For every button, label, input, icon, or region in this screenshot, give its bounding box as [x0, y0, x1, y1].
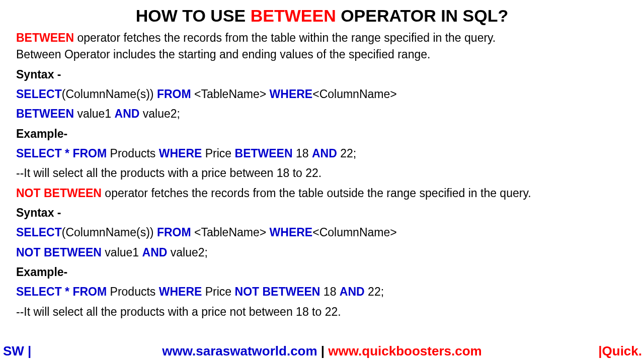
syntax-text: (ColumnName(s)) — [62, 87, 157, 101]
syntax-text: <TableName> — [191, 87, 270, 101]
syntax-text: value1 — [74, 107, 115, 120]
footer-center: www.saraswatworld.com | www.quickbooster… — [0, 343, 644, 359]
syntax1-line1: SELECT(ColumnName(s)) FROM <TableName> W… — [16, 86, 628, 103]
where-keyword: WHERE — [270, 226, 313, 239]
footer-separator: | — [317, 343, 329, 358]
example2-comment: --It will select all the products with a… — [16, 304, 628, 320]
example-text: 22; — [365, 285, 384, 298]
select-keyword: SELECT — [16, 226, 62, 239]
select-from-keyword: SELECT * FROM — [16, 147, 107, 160]
footer-sw: SW | — [3, 343, 31, 359]
example-text: 18 — [293, 147, 312, 160]
intro-paragraph: BETWEEN operator fetches the records fro… — [16, 30, 628, 63]
not-between-text: operator fetches the records from the ta… — [102, 187, 531, 200]
syntax-text: <TableName> — [191, 226, 270, 239]
where-keyword: WHERE — [159, 147, 202, 160]
syntax-text: <ColumnName> — [312, 226, 396, 239]
example-label-2: Example- — [16, 264, 628, 281]
from-keyword: FROM — [157, 226, 191, 239]
not-between-keyword: NOT BETWEEN — [16, 187, 102, 200]
title-pre: HOW TO USE — [136, 6, 251, 25]
example2-line1: SELECT * FROM Products WHERE Price NOT B… — [16, 284, 628, 300]
not-between-keyword: NOT BETWEEN — [16, 246, 102, 259]
example-text: Products — [107, 285, 159, 298]
and-keyword: AND — [142, 246, 168, 259]
syntax-text: value2; — [167, 246, 208, 259]
syntax-text: (ColumnName(s)) — [62, 226, 157, 239]
syntax2-line2: NOT BETWEEN value1 AND value2; — [16, 244, 628, 261]
content-body: BETWEEN operator fetches the records fro… — [0, 30, 644, 320]
example-text: 22; — [337, 147, 356, 160]
select-keyword: SELECT — [16, 87, 62, 101]
example-text: Price — [202, 147, 234, 160]
footer-quick: |Quick. — [598, 343, 642, 359]
example-text: 18 — [320, 285, 339, 298]
where-keyword: WHERE — [270, 87, 313, 101]
intro-text-2: Between Operator includes the starting a… — [16, 48, 430, 61]
and-keyword: AND — [115, 107, 140, 120]
between-keyword: BETWEEN — [235, 147, 293, 160]
example-text: Products — [107, 147, 159, 160]
syntax2-line1: SELECT(ColumnName(s)) FROM <TableName> W… — [16, 224, 628, 241]
example-text: Price — [202, 285, 234, 298]
syntax-label-2: Syntax - — [16, 205, 628, 221]
title-keyword: BETWEEN — [251, 6, 336, 25]
page-title: HOW TO USE BETWEEN OPERATOR IN SQL? — [0, 6, 644, 26]
example1-comment: --It will select all the products with a… — [16, 165, 628, 182]
select-from-keyword: SELECT * FROM — [16, 285, 107, 298]
syntax-label-1: Syntax - — [16, 66, 628, 83]
not-between-keyword: NOT BETWEEN — [235, 285, 320, 298]
not-between-paragraph: NOT BETWEEN operator fetches the records… — [16, 185, 628, 202]
title-post: OPERATOR IN SQL? — [336, 6, 509, 25]
and-keyword: AND — [312, 147, 337, 160]
syntax-text: value2; — [139, 107, 180, 120]
where-keyword: WHERE — [159, 285, 202, 298]
syntax1-line2: BETWEEN value1 AND value2; — [16, 106, 628, 122]
footer-url-1: www.saraswatworld.com — [162, 343, 317, 358]
footer: SW | www.saraswatworld.com | www.quickbo… — [0, 343, 644, 359]
example-label-1: Example- — [16, 126, 628, 142]
example1-line1: SELECT * FROM Products WHERE Price BETWE… — [16, 145, 628, 162]
between-keyword: BETWEEN — [16, 31, 74, 44]
and-keyword: AND — [340, 285, 365, 298]
footer-url-2: www.quickboosters.com — [328, 343, 481, 358]
intro-text-1: operator fetches the records from the ta… — [74, 31, 496, 44]
from-keyword: FROM — [157, 87, 191, 101]
syntax-text: <ColumnName> — [312, 87, 396, 101]
between-keyword: BETWEEN — [16, 107, 74, 120]
syntax-text: value1 — [102, 246, 142, 259]
